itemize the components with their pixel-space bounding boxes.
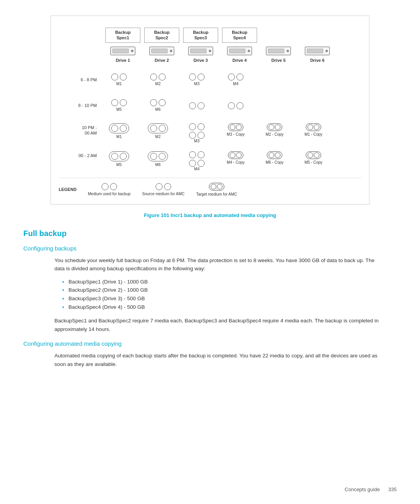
spec3-label: BackupSpec3	[183, 28, 218, 43]
m3copy-label: M3 - Copy	[227, 132, 245, 137]
drive4-icon	[227, 47, 252, 55]
drive2-label: Drive 2	[144, 58, 179, 63]
spec1-label: BackupSpec1	[105, 28, 140, 43]
m6-label: M6	[155, 107, 161, 112]
legend-row: LEGEND Medium used for backup Source med…	[59, 178, 361, 196]
m3-10pm-label: M3	[194, 139, 200, 144]
configuring-amc-subsection: Configuring automated media copying Auto…	[23, 340, 397, 368]
page-footer: Concepts guide 335	[345, 486, 397, 492]
media-m1: M1	[102, 74, 136, 86]
footer-text: Concepts guide	[345, 486, 380, 492]
drive6-col: Drive 6	[300, 47, 335, 63]
time-rows: 6 - 8 PM M1 M2 M3	[59, 70, 361, 172]
media-m3copy-10pm: M3 - Copy	[218, 123, 253, 137]
media-m5-00am: M5	[102, 151, 136, 167]
drive6-label: Drive 6	[300, 58, 335, 63]
configuring-backups-subsection: Configuring backups You schedule your we…	[23, 245, 397, 334]
drive4-col: Drive 4	[222, 47, 257, 63]
time-row-8-10pm: 8 - 10 PM M5 M6	[59, 96, 361, 116]
media-m3-10pm: M3	[179, 123, 214, 144]
m4-label: M4	[233, 82, 238, 86]
legend-backup-label: Medium used for backup	[88, 192, 131, 196]
diagram-section: BackupSpec1 BackupSpec2 BackupSpec3 Back…	[51, 16, 369, 205]
media-m1copy-10pm: M1 - Copy	[296, 123, 331, 137]
drive6-icon	[305, 47, 330, 55]
media-m4-00am: M4	[179, 151, 214, 172]
spec2-label: BackupSpec2	[144, 28, 179, 43]
m5-label: M5	[116, 107, 122, 112]
footer-page-number: 335	[388, 486, 397, 492]
media-m6: M6	[140, 99, 175, 112]
time-label-00-2am: 00 - 2 AM	[59, 151, 102, 158]
drive1-label: Drive 1	[105, 58, 140, 63]
time-label-6-8pm: 6 - 8 PM	[59, 77, 102, 82]
configuring-backups-content: You schedule your weekly full backup on …	[23, 256, 397, 334]
bullet-spec4: BackupSpec4 (Drive 4) - 500 GB	[62, 303, 381, 312]
time-cols-6-8pm: M1 M2 M3 M4	[102, 74, 257, 86]
media-m2copy-10pm: M2 - Copy	[257, 123, 292, 137]
drive2-col: Drive 2	[144, 47, 179, 63]
time-cols-8-10pm: M5 M6	[102, 99, 257, 112]
drive5-col: Drive 5	[261, 47, 296, 63]
m6-00am-label: M6	[155, 163, 161, 167]
configuring-amc-content: Automated media copying of each backup s…	[23, 352, 397, 368]
time-label-8-10pm: 8 - 10 PM	[59, 103, 102, 108]
legend-item-target: Target medium for AMC	[196, 183, 237, 196]
full-backup-section: Full backup Configuring backups You sche…	[23, 229, 397, 369]
m6copy-label: M6 - Copy	[266, 160, 284, 165]
media-m2-10pm: M2	[140, 123, 175, 139]
media-m6copy-00am: M6 - Copy	[257, 151, 292, 165]
bullet-spec1: BackupSpec1 (Drive 1) - 1000 GB	[62, 278, 381, 286]
bullet-spec2: BackupSpec2 (Drive 2) - 1000 GB	[62, 286, 381, 294]
full-backup-heading: Full backup	[23, 229, 397, 238]
drive1-icon	[110, 47, 135, 55]
backup-spec-list: BackupSpec1 (Drive 1) - 1000 GB BackupSp…	[54, 278, 381, 311]
drive3-icon	[188, 47, 213, 55]
legend-title: LEGEND	[59, 187, 88, 192]
drive5-label: Drive 5	[261, 58, 296, 63]
time-row-10pm-00am: 10 PM -00 AM M1 M2	[59, 122, 361, 144]
time-row-00-2am: 00 - 2 AM M5 M6	[59, 150, 361, 172]
m2-10pm-label: M2	[155, 135, 161, 139]
drive1-col: Drive 1	[105, 47, 140, 63]
legend-item-backup: Medium used for backup	[88, 183, 131, 196]
drive5-icon	[266, 47, 291, 55]
m4-00am-label: M4	[194, 167, 200, 172]
spec4-label: BackupSpec4	[222, 28, 257, 43]
drive3-label: Drive 3	[183, 58, 218, 63]
m1-10pm-label: M1	[116, 135, 122, 139]
media-m5: M5	[102, 99, 136, 112]
drive3-col: Drive 3	[183, 47, 218, 63]
time-cols-10pm: M1 M2 M3	[102, 123, 335, 144]
media-drive4-8-10	[218, 102, 253, 109]
media-drive3-8-10	[179, 102, 214, 109]
configuring-backups-para1: You schedule your weekly full backup on …	[54, 256, 381, 273]
configuring-backups-heading: Configuring backups	[23, 245, 397, 252]
m4copy-label: M4 - Copy	[227, 160, 245, 165]
m2copy-label: M2 - Copy	[266, 132, 284, 137]
m1-label: M1	[116, 82, 122, 86]
legend-target-label: Target medium for AMC	[196, 192, 237, 196]
drives-row: Drive 1 Drive 2 Drive 3 Drive 4 Drive 5	[105, 47, 361, 63]
m5-00am-label: M5	[116, 163, 122, 167]
m5copy-label: M5 - Copy	[304, 160, 322, 165]
drive4-label: Drive 4	[222, 58, 257, 63]
configuring-amc-heading: Configuring automated media copying	[23, 340, 397, 347]
figure-caption: Figure 101 Incr1 backup and automated me…	[23, 212, 397, 218]
m3-label: M3	[194, 82, 200, 86]
time-label-10pm: 10 PM -00 AM	[59, 123, 102, 136]
backup-spec-headers: BackupSpec1 BackupSpec2 BackupSpec3 Back…	[105, 28, 361, 43]
media-m4copy-00am: M4 - Copy	[218, 151, 253, 165]
media-m5copy-00am: M5 - Copy	[296, 151, 331, 165]
m1copy-label: M1 - Copy	[304, 132, 322, 137]
m2-label: M2	[155, 82, 161, 86]
media-m2: M2	[140, 74, 175, 86]
media-m3: M3	[179, 74, 214, 86]
media-m4: M4	[218, 74, 253, 86]
configuring-backups-para2: BackupSpec1 and BackupSpec2 require 7 me…	[54, 317, 381, 333]
drive2-icon	[149, 47, 174, 55]
bullet-spec3: BackupSpec3 (Drive 3) - 500 GB	[62, 294, 381, 303]
time-cols-00-2am: M5 M6 M4	[102, 151, 335, 172]
legend-item-source: Source medium for AMC	[142, 183, 185, 196]
time-row-6-8pm: 6 - 8 PM M1 M2 M3	[59, 70, 361, 90]
